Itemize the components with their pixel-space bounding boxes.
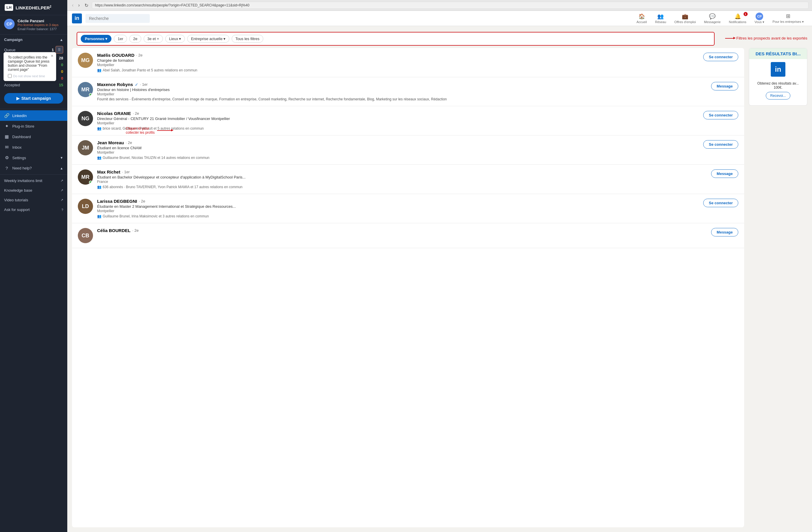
chevron-down-icon: ▾: [105, 37, 107, 41]
filter-2e[interactable]: 2e: [129, 35, 141, 43]
nav-notifications[interactable]: 🔔 1 Notifications: [725, 12, 750, 25]
forward-button[interactable]: ›: [77, 2, 81, 9]
sidebar-item-video-tutorials[interactable]: Video tutorials ↗: [0, 195, 67, 205]
avatar: MR: [78, 82, 93, 97]
connect-button[interactable]: Se connecter: [703, 140, 738, 149]
table-row: MG Maëlis GOUDARD · 2e Chargée de format…: [72, 48, 744, 77]
refresh-button[interactable]: ↻: [83, 2, 89, 9]
ad-button[interactable]: Recevoi...: [766, 92, 790, 100]
linkedin-nav: 🏠 Accueil 👥 Réseau 💼 Offres d'emploi 💬 M…: [633, 11, 807, 25]
avatar: CB: [78, 228, 93, 243]
chevron-down-icon: ▾: [179, 37, 181, 41]
filter-all[interactable]: Tous les filtres: [232, 35, 263, 43]
nav-reseau[interactable]: 👥 Réseau: [651, 12, 669, 25]
table-row: CB Célia BOURDEL · 2e Message: [72, 223, 744, 248]
right-panel: DES RÉSULTATS Bt... in Obtenez des résul…: [749, 48, 807, 527]
filter-entreprise[interactable]: Entreprise actuelle ▾: [187, 35, 229, 43]
no-show-checkbox[interactable]: [8, 74, 12, 78]
divider: [0, 109, 67, 109]
grid-icon: ⊞: [786, 13, 791, 19]
nav-accueil[interactable]: 🏠 Accueil: [633, 12, 650, 25]
mutual-icon: 👥: [97, 185, 102, 189]
filter-annotation: Filtres les prospects avant de les expor…: [725, 36, 807, 40]
divider-2: [0, 174, 67, 175]
user-balance: Email Finder balance: 1377: [17, 27, 58, 31]
sidebar-item-ask-support[interactable]: Ask for support ?: [0, 205, 67, 215]
message-button[interactable]: Message: [711, 170, 738, 178]
table-row: MR Maxence Robyns ✓ · 1er Docteur en his…: [72, 77, 744, 106]
sidebar: LH LINKEDHELPER2 CP Cécile Panzani Pro l…: [0, 0, 67, 532]
search-input[interactable]: [85, 14, 150, 23]
linkedin-header: in 🏠 Accueil 👥 Réseau 💼 Offres d'emploi …: [67, 11, 812, 26]
network-icon: 👥: [657, 13, 664, 19]
avatar: LD: [78, 199, 93, 214]
help-icon: ?: [4, 166, 9, 171]
sidebar-logo: LH LINKEDHELPER2: [0, 0, 67, 15]
play-icon: ▶: [16, 96, 19, 101]
sidebar-item-need-help[interactable]: ? Need help? ▲: [0, 163, 67, 173]
table-row: LD Larissa DEGBEGNI · 2e Étudiante en Ma…: [72, 194, 744, 223]
jobs-icon: 💼: [682, 13, 688, 19]
chevron-up-icon: ▲: [60, 38, 63, 42]
question-icon: ?: [61, 208, 63, 212]
campaign-header[interactable]: Campaign ▲: [0, 34, 67, 44]
mutual-icon: 👥: [97, 214, 102, 218]
nav-emploi[interactable]: 💼 Offres d'emploi: [671, 12, 699, 25]
sidebar-item-settings[interactable]: ⚙ Settings ▼: [0, 153, 67, 163]
connect-button[interactable]: Se connecter: [703, 53, 738, 61]
queue-button[interactable]: ⠿: [56, 46, 63, 54]
mutual-icon: 👥: [97, 68, 102, 72]
plugin-icon: ✦: [4, 124, 9, 129]
notification-badge: 1: [743, 12, 748, 16]
ad-header: DES RÉSULTATS Bt...: [749, 48, 807, 59]
connect-button[interactable]: Se connecter: [703, 111, 738, 119]
settings-icon: ⚙: [4, 155, 9, 160]
url-bar[interactable]: https://www.linkedin.com/search/results/…: [92, 2, 809, 9]
online-indicator: [89, 181, 92, 184]
sidebar-item-linkedin[interactable]: 🔗 LinkedIn: [0, 110, 67, 121]
ad-linkedin-logo: in: [771, 62, 785, 77]
sidebar-item-plugin-store[interactable]: ✦ Plug-in Store: [0, 121, 67, 131]
filter-1er[interactable]: 1er: [114, 35, 127, 43]
table-row: NG Nicolas GRANIE · 2e Directeur Général…: [72, 106, 744, 135]
table-row: MR Max Richet · 1er Étudiant en Bachelor…: [72, 165, 744, 194]
online-indicator: [89, 93, 92, 97]
logo-box: LH: [5, 4, 13, 11]
message-button[interactable]: Message: [711, 228, 738, 236]
user-name: Cécile Panzani: [17, 19, 58, 23]
filter-bar: Personnes ▾ 1er 2e 3e et + Lieux ▾ Entre…: [77, 32, 715, 46]
filter-3e[interactable]: 3e et +: [144, 35, 163, 43]
table-row: JM Jean Moreau · 2e Étudiant en licence …: [72, 135, 744, 165]
filter-lieux[interactable]: Lieux ▾: [165, 35, 185, 43]
chat-icon: 💬: [709, 13, 715, 19]
ad-text: Obtenez des résultats av... 100€.: [752, 79, 804, 92]
nav-messagerie[interactable]: 💬 Messagerie: [700, 12, 724, 25]
accepted-row: Accepted 15: [4, 82, 63, 88]
user-section: CP Cécile Panzani Pro license expires in…: [0, 15, 67, 34]
chevron-up-icon: ▲: [60, 167, 63, 170]
filter-personnes[interactable]: Personnes ▾: [81, 35, 112, 43]
main-content: ‹ › ↻ https://www.linkedin.com/search/re…: [67, 0, 812, 532]
sidebar-item-knowledge-base[interactable]: Knowledge base ↗: [0, 186, 67, 195]
inbox-icon: ✉: [4, 145, 9, 150]
external-link-icon: ↗: [60, 198, 63, 202]
nav-vous[interactable]: CP Vous ▾: [751, 11, 768, 25]
start-campaign-button[interactable]: ▶ Start campaign: [4, 93, 63, 104]
dashboard-icon: ▦: [4, 134, 9, 139]
user-license: Pro license expires in 3 days: [17, 23, 58, 27]
close-icon[interactable]: ✕: [50, 54, 54, 58]
browser-controls: ‹ › ↻ https://www.linkedin.com/search/re…: [67, 0, 812, 11]
avatar: MR: [78, 170, 93, 185]
back-button[interactable]: ‹: [71, 2, 75, 9]
verified-icon: ✓: [135, 82, 139, 87]
connect-button[interactable]: Se connecter: [703, 199, 738, 207]
message-button[interactable]: Message: [711, 82, 738, 90]
app-name: LINKEDHELPER2: [15, 5, 51, 10]
linkedin-icon: 🔗: [4, 113, 9, 118]
results-area: MG Maëlis GOUDARD · 2e Chargée de format…: [67, 48, 812, 532]
ad-box: DES RÉSULTATS Bt... in Obtenez des résul…: [749, 48, 807, 106]
sidebar-item-weekly-invitations[interactable]: Weekly invitations limit ↗: [0, 176, 67, 186]
nav-entreprises[interactable]: ⊞ Pour les entreprises ▾: [769, 12, 807, 25]
sidebar-item-dashboard[interactable]: ▦ Dashboard: [0, 131, 67, 142]
sidebar-item-inbox[interactable]: ✉ Inbox: [0, 142, 67, 153]
